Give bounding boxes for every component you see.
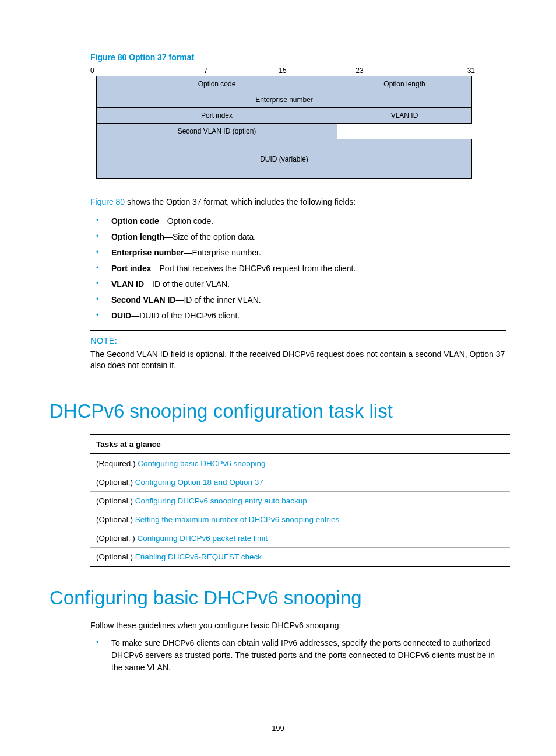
task-link[interactable]: Configuring DHCPv6 packet rate limit xyxy=(138,534,268,542)
field-desc: —Option code. xyxy=(159,216,213,226)
task-link[interactable]: Setting the maximum number of DHCPv6 sno… xyxy=(135,515,339,524)
heading-task-list: DHCPv6 snooping configuration task list xyxy=(50,400,506,422)
figure-ref-link[interactable]: Figure 80 xyxy=(90,197,125,206)
bit-23: 23 xyxy=(321,66,398,75)
task-table-header: Tasks at a glance xyxy=(90,435,510,454)
cell-port-index: Port index xyxy=(97,108,337,124)
figure-title: Figure 80 Option 37 format xyxy=(90,52,506,62)
list-item: Enterprise number—Enterprise number. xyxy=(90,247,506,259)
cell-duid: DUID (variable) xyxy=(97,139,472,179)
section2-intro: Follow these guidelines when you configu… xyxy=(90,621,506,630)
cell-blank xyxy=(337,124,472,139)
note-label: NOTE: xyxy=(90,335,506,345)
cell-second-vlan-id: Second VLAN ID (option) xyxy=(97,124,337,139)
list-item: To make sure DHCPv6 clients can obtain v… xyxy=(90,637,506,674)
field-term: Option code xyxy=(111,216,159,226)
field-term: Second VLAN ID xyxy=(111,295,175,304)
list-item: Option length—Size of the option data. xyxy=(90,231,506,243)
field-term: Option length xyxy=(111,232,164,242)
task-prefix: (Optional.) xyxy=(96,552,135,561)
field-desc: —Size of the option data. xyxy=(164,232,256,242)
cell-option-length: Option length xyxy=(337,76,472,92)
field-desc: —DUID of the DHCPv6 client. xyxy=(131,311,240,320)
field-desc: —ID of the outer VLAN. xyxy=(144,279,230,289)
list-item: VLAN ID—ID of the outer VLAN. xyxy=(90,278,506,290)
task-link[interactable]: Configuring Option 18 and Option 37 xyxy=(135,478,263,487)
table-row: (Optional.) Configuring Option 18 and Op… xyxy=(90,473,510,491)
field-term: DUID xyxy=(111,311,131,320)
cell-vlan-id: VLAN ID xyxy=(337,108,472,124)
content-indent: Figure 80 Option 37 format 0 7 15 23 31 … xyxy=(50,52,506,674)
field-term: VLAN ID xyxy=(111,279,144,289)
table-row: (Required.) Configuring basic DHCPv6 sno… xyxy=(90,454,510,473)
bit-15: 15 xyxy=(244,66,321,75)
task-link[interactable]: Configuring basic DHCPv6 snooping xyxy=(138,459,265,468)
task-prefix: (Optional.) xyxy=(96,478,135,487)
cell-enterprise-number: Enterprise number xyxy=(97,92,472,108)
list-item: DUID—DUID of the DHCPv6 client. xyxy=(90,310,506,322)
bit-0: 0 xyxy=(90,66,167,75)
bit-ruler: 0 7 15 23 31 xyxy=(90,66,475,75)
intro-rest: shows the Option 37 format, which includ… xyxy=(125,197,356,206)
bit-31: 31 xyxy=(398,66,475,75)
task-prefix: (Required.) xyxy=(96,459,138,468)
table-row: (Optional.) Setting the maximum number o… xyxy=(90,510,510,528)
table-row: (Optional. ) Configuring DHCPv6 packet r… xyxy=(90,528,510,547)
heading-configuring-basic: Configuring basic DHCPv6 snooping xyxy=(50,587,506,609)
page-number: 199 xyxy=(0,724,556,733)
field-desc: —ID of the inner VLAN. xyxy=(175,295,261,304)
cell-option-code: Option code xyxy=(97,76,337,92)
table-row: (Optional.) Enabling DHCPv6-REQUEST chec… xyxy=(90,547,510,566)
task-table: Tasks at a glance (Required.) Configurin… xyxy=(90,434,510,567)
list-item: Port index—Port that receives the DHCPv6… xyxy=(90,262,506,275)
task-prefix: (Optional. ) xyxy=(96,534,138,542)
list-item: Second VLAN ID—ID of the inner VLAN. xyxy=(90,294,506,306)
task-prefix: (Optional.) xyxy=(96,515,135,524)
field-list: Option code—Option code. Option length—S… xyxy=(90,215,506,322)
task-link[interactable]: Enabling DHCPv6-REQUEST check xyxy=(135,552,262,561)
field-desc: —Port that receives the DHCPv6 request f… xyxy=(151,264,356,273)
task-prefix: (Optional.) xyxy=(96,496,135,505)
table-row: (Optional.) Configuring DHCPv6 snooping … xyxy=(90,491,510,510)
note-text: The Second VLAN ID field is optional. If… xyxy=(90,349,506,372)
intro-paragraph: Figure 80 shows the Option 37 format, wh… xyxy=(90,197,506,208)
list-item: Option code—Option code. xyxy=(90,215,506,228)
field-desc: —Enterprise number. xyxy=(184,248,261,257)
bit-7: 7 xyxy=(167,66,244,75)
option37-diagram: Option code Option length Enterprise num… xyxy=(96,76,472,179)
page: Figure 80 Option 37 format 0 7 15 23 31 … xyxy=(0,0,556,756)
field-term: Port index xyxy=(111,264,151,273)
guidelines-list: To make sure DHCPv6 clients can obtain v… xyxy=(90,637,506,674)
divider xyxy=(90,330,506,331)
divider xyxy=(90,380,506,380)
field-term: Enterprise number xyxy=(111,248,184,257)
task-link[interactable]: Configuring DHCPv6 snooping entry auto b… xyxy=(135,496,307,505)
